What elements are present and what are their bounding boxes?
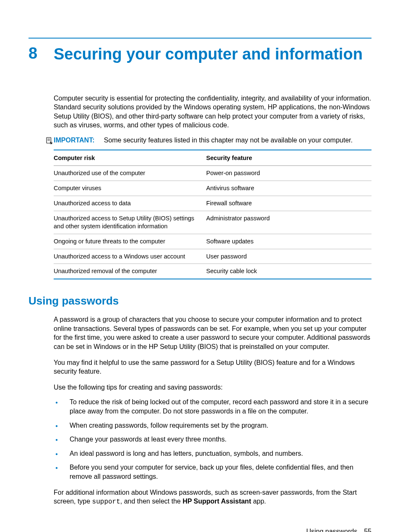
note-text: Some security features listed in this ch… xyxy=(104,137,353,144)
table-row: Unauthorized access to a Windows user ac… xyxy=(54,249,371,264)
table-row: Unauthorized removal of the computer Sec… xyxy=(54,264,371,279)
list-item: An ideal password is long and has letter… xyxy=(70,449,371,458)
cell-risk: Computer viruses xyxy=(54,181,206,196)
chapter-rule xyxy=(29,38,371,39)
note-content: IMPORTANT: Some security features listed… xyxy=(54,136,353,145)
table-row: Unauthorized access to Setup Utility (BI… xyxy=(54,211,371,234)
note-label: IMPORTANT: xyxy=(54,137,94,144)
table-header-row: Computer risk Security feature xyxy=(54,150,371,166)
cell-feature: Firewall software xyxy=(206,196,371,211)
chapter-title: Securing your computer and information xyxy=(54,44,363,65)
section-p4: For additional information about Windows… xyxy=(54,488,371,507)
intro-paragraph: Computer security is essential for prote… xyxy=(54,94,371,130)
document-page: 8 Securing your computer and information… xyxy=(0,0,400,532)
important-note: IMPORTANT: Some security features listed… xyxy=(45,136,371,145)
cell-feature: Administrator password xyxy=(206,211,371,234)
cell-risk: Ongoing or future threats to the compute… xyxy=(54,234,206,249)
chapter-number: 8 xyxy=(29,44,54,62)
p4-post: app. xyxy=(251,498,266,505)
section-heading: Using passwords xyxy=(29,294,371,307)
footer-label: Using passwords xyxy=(306,528,357,532)
cell-feature: Power-on password xyxy=(206,166,371,181)
footer-page-number: 55 xyxy=(364,528,371,532)
section-p1: A password is a group of characters that… xyxy=(54,315,371,351)
p4-code: support xyxy=(92,498,120,506)
list-item: When creating passwords, follow requirem… xyxy=(70,421,371,430)
cell-feature: Software updates xyxy=(206,234,371,249)
list-item: Before you send your computer for servic… xyxy=(70,463,371,481)
page-footer: Using passwords 55 xyxy=(29,528,371,532)
tips-list: To reduce the risk of being locked out o… xyxy=(54,398,371,481)
list-item: Change your passwords at least every thr… xyxy=(70,435,371,444)
cell-risk: Unauthorized access to data xyxy=(54,196,206,211)
table-row: Unauthorized use of the computer Power-o… xyxy=(54,166,371,181)
p4-bold: HP Support Assistant xyxy=(182,498,251,505)
table-header-risk: Computer risk xyxy=(54,150,206,166)
table-row: Unauthorized access to data Firewall sof… xyxy=(54,196,371,211)
table-header-feature: Security feature xyxy=(206,150,371,166)
cell-risk: Unauthorized removal of the computer xyxy=(54,264,206,279)
cell-feature: Security cable lock xyxy=(206,264,371,279)
security-table: Computer risk Security feature Unauthori… xyxy=(54,150,371,279)
cell-risk: Unauthorized access to Setup Utility (BI… xyxy=(54,211,206,234)
cell-feature: User password xyxy=(206,249,371,264)
table-row: Ongoing or future threats to the compute… xyxy=(54,234,371,249)
p4-mid: , and then select the xyxy=(120,498,183,505)
note-icon xyxy=(45,137,53,144)
table-row: Computer viruses Antivirus software xyxy=(54,181,371,196)
cell-feature: Antivirus software xyxy=(206,181,371,196)
cell-risk: Unauthorized use of the computer xyxy=(54,166,206,181)
list-item: To reduce the risk of being locked out o… xyxy=(70,398,371,416)
cell-risk: Unauthorized access to a Windows user ac… xyxy=(54,249,206,264)
section-p3: Use the following tips for creating and … xyxy=(54,383,371,392)
section-p2: You may find it helpful to use the same … xyxy=(54,358,371,376)
chapter-header: 8 Securing your computer and information xyxy=(29,44,371,65)
